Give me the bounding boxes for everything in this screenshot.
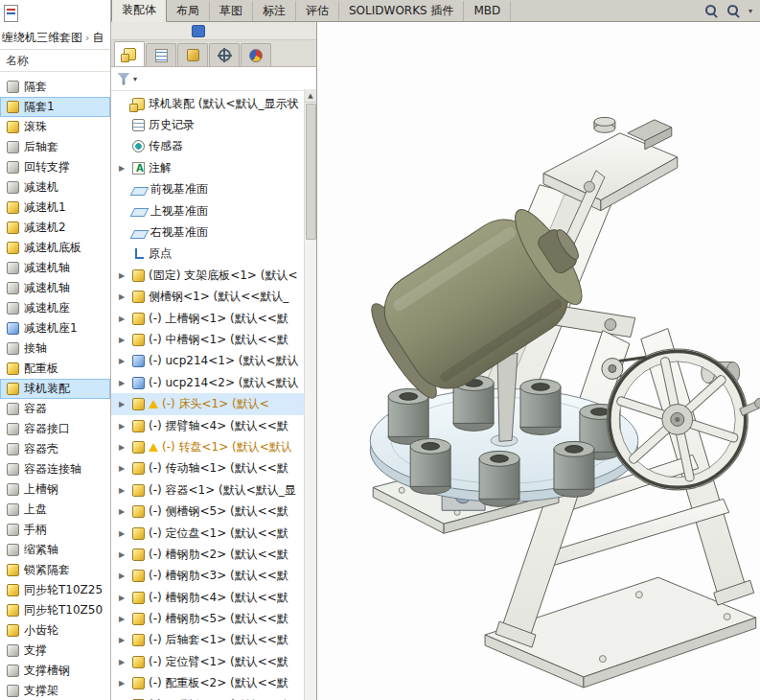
- tree-row[interactable]: ▶ 右视基准面: [111, 222, 304, 243]
- scroll-thumb[interactable]: [306, 104, 316, 240]
- list-item[interactable]: 容器壳: [0, 439, 110, 459]
- scroll-up-icon[interactable]: ▲: [305, 89, 316, 103]
- viewport-3d-model[interactable]: [317, 22, 760, 700]
- tree-row[interactable]: ▶ (-) 摆臂轴<4> (默认<<默: [111, 415, 304, 436]
- list-item[interactable]: 锁紧隔套: [0, 560, 110, 580]
- tree-row[interactable]: ▶ (-) 槽钢肋<5> (默认<<默: [111, 608, 304, 629]
- tree-row[interactable]: ▶ (-) 传动轴<1> (默认<<默: [111, 458, 304, 479]
- fm-tab[interactable]: [241, 43, 271, 66]
- expand-arrow-icon[interactable]: ▶: [119, 422, 128, 431]
- list-item[interactable]: 减速机: [0, 177, 110, 198]
- tree-row[interactable]: ▶ 注解: [111, 157, 304, 178]
- spool-cylinder[interactable]: [479, 451, 519, 506]
- pane-handle-icon[interactable]: [192, 25, 205, 37]
- tree-row[interactable]: ▶ (-) 转盘<1> (默认<默认: [111, 436, 304, 457]
- list-item[interactable]: 容器接口: [0, 419, 110, 439]
- list-item[interactable]: 减速机轴: [0, 258, 110, 278]
- tree-row[interactable]: ▶ (-) 配重板<3> (默认<<默: [111, 694, 304, 700]
- tree-row[interactable]: ▶ 上视基准面: [111, 200, 304, 222]
- tree-row[interactable]: ▶ (-) 后轴套<1> (默认<<默: [111, 630, 304, 651]
- tree-row[interactable]: ▶ (-) ucp214<2> (默认<默认: [111, 372, 304, 393]
- ribbon-tab[interactable]: 布局: [167, 1, 210, 21]
- ribbon-tab[interactable]: 草图: [210, 1, 253, 21]
- expand-arrow-icon[interactable]: ▶: [119, 464, 128, 473]
- expand-arrow-icon[interactable]: ▶: [119, 507, 128, 516]
- expand-arrow-icon[interactable]: ▶: [119, 636, 128, 644]
- list-item[interactable]: 回转支撑: [0, 157, 110, 177]
- tree-row[interactable]: ▶ 原点: [111, 244, 304, 265]
- ribbon-tab[interactable]: SOLIDWORKS 插件: [339, 1, 464, 21]
- list-item[interactable]: 减速机座: [0, 298, 110, 318]
- list-item[interactable]: 同步轮T10Z50: [0, 600, 110, 620]
- tree-row[interactable]: ▶ (-) 上槽钢<1> (默认<<默: [111, 308, 304, 329]
- expand-arrow-icon[interactable]: ▶: [119, 550, 128, 559]
- tree-row[interactable]: ▶ (-) 槽钢肋<2> (默认<<默: [111, 544, 304, 565]
- dropdown-arrow-icon[interactable]: ▾: [748, 7, 752, 15]
- breadcrumb-next[interactable]: 自: [92, 30, 104, 46]
- list-item[interactable]: 减速机底板: [0, 238, 110, 258]
- spool-cylinder[interactable]: [410, 438, 450, 494]
- list-item[interactable]: 支撑: [0, 641, 110, 661]
- list-item[interactable]: 同步轮T10Z25: [0, 580, 110, 600]
- spool-cylinder[interactable]: [554, 441, 594, 497]
- list-item[interactable]: 容器: [0, 399, 110, 419]
- tree-row[interactable]: ▶ 前视基准面: [111, 179, 304, 200]
- magnifier-sparkle-icon[interactable]: [726, 4, 740, 17]
- filter-funnel-icon[interactable]: [117, 73, 130, 85]
- tree-row[interactable]: ▶ (固定) 支架底板<1> (默认<: [111, 265, 304, 286]
- list-item[interactable]: 支撑架: [0, 681, 110, 700]
- expand-arrow-icon[interactable]: ▶: [119, 594, 128, 602]
- expand-arrow-icon[interactable]: ▶: [119, 357, 128, 365]
- list-item[interactable]: 小齿轮: [0, 620, 110, 641]
- tree-row[interactable]: ▶ (-) 槽钢肋<3> (默认<<默: [111, 566, 304, 587]
- expand-arrow-icon[interactable]: ▶: [119, 658, 128, 666]
- list-item[interactable]: 减速机座1: [0, 318, 110, 338]
- expand-arrow-icon[interactable]: ▶: [119, 164, 128, 173]
- tree-row[interactable]: ▶ (-) ucp214<1> (默认<默认: [111, 351, 304, 372]
- list-item[interactable]: 支撑槽钢: [0, 661, 110, 681]
- list-item[interactable]: 容器连接轴: [0, 459, 110, 479]
- spool-cylinder[interactable]: [388, 388, 428, 444]
- expand-arrow-icon[interactable]: ▶: [119, 486, 128, 495]
- spool-cylinder[interactable]: [520, 379, 561, 434]
- list-item[interactable]: 球机装配: [0, 379, 110, 399]
- fm-tab[interactable]: [114, 41, 145, 66]
- tree-row[interactable]: ▶ (-) 床头<1> (默认<: [111, 393, 304, 414]
- tree-row[interactable]: ▶ 侧槽钢<1> (默认<<默认_: [111, 287, 304, 308]
- expand-arrow-icon[interactable]: ▶: [119, 679, 128, 688]
- list-item[interactable]: 减速机轴: [0, 278, 110, 298]
- list-item[interactable]: 上盘: [0, 500, 110, 520]
- tree-row[interactable]: ▶ (-) 侧槽钢<5> (默认<<默: [111, 501, 304, 522]
- tree-row[interactable]: ▶ (-) 定位臂<1> (默认<<默: [111, 651, 304, 672]
- expand-arrow-icon[interactable]: ▶: [119, 400, 128, 408]
- list-item[interactable]: 减速机1: [0, 198, 110, 218]
- expand-arrow-icon[interactable]: ▶: [119, 315, 128, 323]
- graphics-viewport[interactable]: [317, 22, 760, 700]
- expand-arrow-icon[interactable]: ▶: [119, 379, 128, 387]
- name-column-header[interactable]: 名称: [0, 50, 110, 72]
- tree-row[interactable]: ▶ (-) 中槽钢<1> (默认<<默: [111, 329, 304, 350]
- tree-row[interactable]: ▶ (-) 配重板<2> (默认<<默: [111, 673, 304, 694]
- expand-arrow-icon[interactable]: ▶: [119, 336, 128, 344]
- tree-row[interactable]: ▶ 球机装配 (默认<默认_显示状: [111, 93, 304, 114]
- filter-dropdown-icon[interactable]: ▾: [133, 75, 137, 83]
- list-item[interactable]: 隔套1: [0, 97, 110, 117]
- ribbon-tab[interactable]: 装配体: [111, 0, 167, 22]
- ribbon-tab[interactable]: MBD: [464, 1, 511, 21]
- list-item[interactable]: 接轴: [0, 338, 110, 359]
- expand-arrow-icon[interactable]: ▶: [119, 572, 128, 580]
- list-item[interactable]: 配重板: [0, 359, 110, 379]
- list-item[interactable]: 手柄: [0, 520, 110, 540]
- ribbon-tab[interactable]: 标注: [253, 1, 296, 21]
- list-item[interactable]: 缩紧轴: [0, 540, 110, 560]
- expand-arrow-icon[interactable]: ▶: [119, 292, 128, 301]
- tree-row[interactable]: ▶ (-) 容器<1> (默认<默认_显: [111, 479, 304, 501]
- list-item[interactable]: 上槽钢: [0, 479, 110, 500]
- expand-arrow-icon[interactable]: ▶: [119, 271, 128, 280]
- breadcrumb-text[interactable]: 缠绕机三维套图: [2, 30, 82, 46]
- expand-arrow-icon[interactable]: ▶: [119, 529, 128, 538]
- fm-tab[interactable]: [146, 43, 176, 66]
- expand-arrow-icon[interactable]: ▶: [119, 443, 128, 452]
- tree-row[interactable]: ▶ 历史记录: [111, 114, 304, 135]
- tree-row[interactable]: ▶ 传感器: [111, 136, 304, 157]
